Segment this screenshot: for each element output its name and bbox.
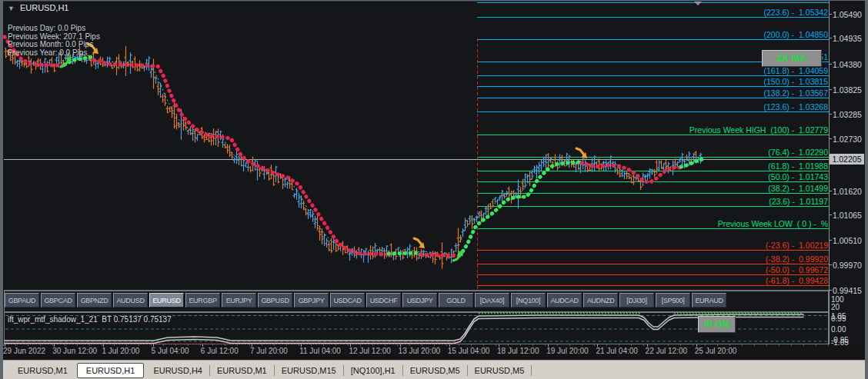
chart-tab-7[interactable]: EURUSD,M5 bbox=[468, 364, 532, 377]
fib-label: (50.0) - 1.01743 bbox=[768, 172, 828, 181]
time-axis-minor-tick bbox=[15, 344, 16, 346]
symbol-button-gbpcad[interactable]: GBPCAD bbox=[41, 293, 75, 308]
time-axis-minor-tick bbox=[766, 344, 767, 346]
chart-tab-2[interactable]: EURUSD,H4 bbox=[146, 364, 209, 377]
time-axis-minor-tick bbox=[496, 344, 496, 346]
price-axis-label: 1.04935 bbox=[833, 34, 862, 43]
time-axis-minor-tick bbox=[360, 344, 361, 346]
fib-label: (23.6) - 1.01197 bbox=[769, 197, 828, 206]
chart-tab-6[interactable]: EURUSD,M5 bbox=[403, 364, 467, 377]
time-axis-label: 11 Jul 04:00 bbox=[299, 347, 341, 355]
price-axis-label: 1.02730 bbox=[833, 135, 862, 144]
chart-title: ▼EURUSD,H1 bbox=[8, 3, 69, 12]
time-axis-minor-tick bbox=[803, 344, 804, 346]
time-axis-label: 15 Jul 04:00 bbox=[448, 347, 490, 355]
time-axis-minor-tick bbox=[102, 344, 102, 346]
time-axis-minor-tick bbox=[828, 344, 829, 346]
time-axis-label: 22 Jul 12:00 bbox=[646, 347, 688, 355]
time-axis-minor-tick bbox=[631, 344, 632, 346]
time-axis-minor-tick bbox=[372, 344, 373, 346]
time-axis-minor-tick bbox=[175, 344, 176, 346]
arrow-down-icon bbox=[576, 148, 584, 156]
time-axis-minor-tick bbox=[200, 344, 201, 346]
fib-label: (76.4) - 1.02290 bbox=[768, 148, 828, 157]
symbol-button-eurjpy[interactable]: EURJPY bbox=[222, 293, 256, 308]
pips-info-line: Previous Year: 0.0 Pips bbox=[8, 48, 87, 57]
time-axis-minor-tick bbox=[299, 344, 299, 346]
symbol-button-dax40[interactable]: [DAX40] bbox=[475, 293, 509, 308]
fib-label: (-61.8) - 0.99428 bbox=[766, 276, 828, 285]
symbol-button-audusd[interactable]: AUDUSD bbox=[113, 293, 148, 308]
time-axis-minor-tick bbox=[729, 344, 730, 346]
window-frame-right bbox=[865, 0, 868, 379]
time-axis-minor-tick bbox=[459, 344, 459, 346]
symbol-button-usdjpy[interactable]: USDJPY bbox=[402, 293, 437, 308]
time-axis-minor-tick bbox=[643, 344, 644, 346]
chart-tab-1[interactable]: EURUSD,H1 bbox=[77, 363, 145, 378]
symbol-button-audcad[interactable]: AUDCAD bbox=[547, 293, 582, 308]
time-axis-minor-tick bbox=[409, 344, 410, 346]
time-axis-minor-tick bbox=[237, 344, 238, 346]
time-axis-label: 21 Jul 04:00 bbox=[596, 347, 638, 355]
time-axis-minor-tick bbox=[3, 344, 4, 346]
chart-symbol-period: EURUSD,H1 bbox=[20, 3, 69, 12]
symbol-button-usdchf[interactable]: USDCHF bbox=[366, 293, 401, 308]
trend-ma-green bbox=[459, 162, 579, 255]
time-axis-minor-tick bbox=[274, 344, 275, 346]
window-frame-top bbox=[0, 0, 868, 1]
time-axis-label: 18 Jul 12:00 bbox=[497, 347, 539, 355]
time-axis-minor-tick bbox=[520, 344, 521, 346]
fib-label: (38.2) - 1.01499 bbox=[768, 184, 828, 193]
price-axis-label: 1.03825 bbox=[833, 85, 862, 95]
fib-label: (138.2) - 1.03567 bbox=[764, 88, 828, 98]
symbol-button-audnzd[interactable]: AUDNZD bbox=[583, 293, 618, 308]
time-axis-label: 29 Jun 2022 bbox=[3, 347, 45, 355]
time-axis-minor-tick bbox=[77, 344, 78, 346]
chart-tab-3[interactable]: EURUSD,M1 bbox=[210, 364, 274, 377]
ift-on-button[interactable]: ift ON bbox=[698, 316, 736, 333]
chart-tab-4[interactable]: EURUSD,M15 bbox=[275, 364, 343, 377]
symbol-button-dji30[interactable]: [DJI30] bbox=[619, 293, 654, 308]
time-axis-minor-tick bbox=[668, 344, 669, 346]
time-axis-minor-tick bbox=[532, 344, 533, 346]
fib-label: (-50.0) - 0.99672 bbox=[766, 265, 828, 274]
chart-shift-marker-icon bbox=[694, 2, 702, 5]
symbol-button-gbpjpy[interactable]: GBPJPY bbox=[294, 293, 329, 308]
price-axis-label: 1.04380 bbox=[833, 60, 862, 69]
time-axis-minor-tick bbox=[754, 344, 755, 346]
time-axis-label: 1 Jul 20:00 bbox=[102, 347, 139, 355]
chart-tab-5[interactable]: [NQ100],H1 bbox=[344, 364, 402, 377]
symbol-button-sp500[interactable]: [SP500] bbox=[656, 293, 690, 308]
time-axis-minor-tick bbox=[434, 344, 435, 346]
time-axis-minor-tick bbox=[323, 344, 324, 346]
time-axis-minor-tick bbox=[816, 344, 816, 346]
fib-label: Previous Week HIGH (100) - 1.02779 bbox=[689, 125, 828, 135]
time-axis-minor-tick bbox=[557, 344, 558, 346]
price-axis-label: 1.01620 bbox=[833, 187, 862, 196]
symbol-button-gold[interactable]: GOLD bbox=[439, 293, 473, 308]
tab-separator bbox=[531, 365, 532, 376]
2x-ma-button[interactable]: 2X MA bbox=[762, 50, 822, 67]
time-axis-minor-tick bbox=[446, 344, 447, 346]
time-axis-minor-tick bbox=[385, 344, 386, 346]
symbol-button-gbpusd[interactable]: GBPUSD bbox=[258, 293, 292, 308]
fib-label: (223.6) - 1.05342 bbox=[764, 8, 828, 17]
symbol-button-gbpnzd[interactable]: GBPNZD bbox=[77, 293, 112, 308]
indicator-name-label: ift_wpr_mtf_shadow_1_21 BT 0.75137 0.751… bbox=[8, 315, 172, 324]
time-axis-minor-tick bbox=[594, 344, 595, 346]
time-axis-label: 30 Jun 12:00 bbox=[52, 347, 97, 355]
symbol-button-eurusd[interactable]: EURUSD bbox=[149, 293, 184, 308]
chart-tab-0[interactable]: EURUSD,M1 bbox=[11, 364, 75, 377]
trading-terminal-window: ▼EURUSD,H1 Previous Day: 0.0 PipsPreviou… bbox=[0, 0, 868, 379]
symbol-button-eurgbp[interactable]: EURGBP bbox=[185, 293, 220, 308]
pips-info-line: Previous Day: 0.0 Pips bbox=[8, 24, 85, 32]
symbol-button-usdcad[interactable]: USDCAD bbox=[330, 293, 365, 308]
symbol-button-nq100[interactable]: [NQ100] bbox=[511, 293, 546, 308]
time-axis-minor-tick bbox=[471, 344, 472, 346]
symbol-button-euraud[interactable]: EURAUD bbox=[692, 293, 726, 308]
fib-label: (-23.6) - 1.00219 bbox=[766, 241, 828, 250]
subwindow-scale-label: -1.05 bbox=[831, 338, 849, 347]
chevron-down-icon[interactable]: ▼ bbox=[8, 5, 15, 12]
time-axis-label: 12 Jul 12:00 bbox=[349, 347, 391, 355]
symbol-button-gbpaud[interactable]: GBPAUD bbox=[5, 293, 39, 308]
